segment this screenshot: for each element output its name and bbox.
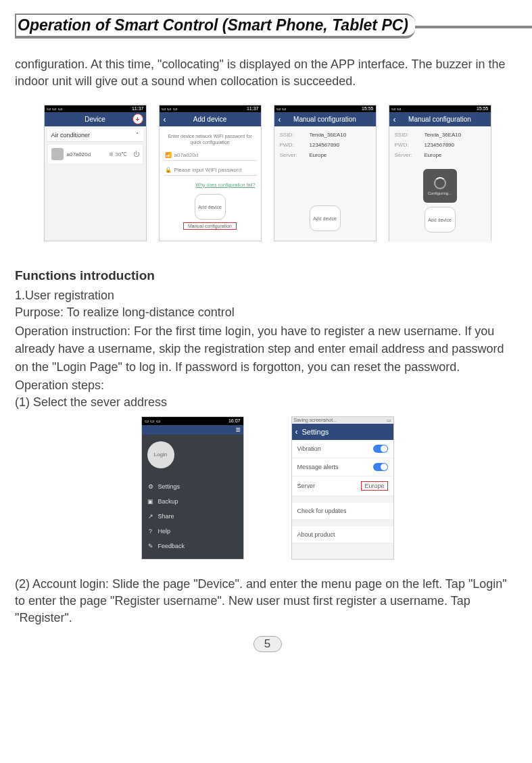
status-bar: ▭ ▭ 15:55	[389, 105, 491, 112]
status-icons: ▭ ▭ ▭	[162, 106, 178, 112]
settings-server[interactable]: Server Europe	[292, 476, 393, 496]
settings-about[interactable]: About product	[292, 526, 393, 543]
back-icon[interactable]: ‹	[279, 115, 281, 124]
drawer-label: Feedback	[158, 543, 185, 549]
why-fail-link[interactable]: Why does configuration fail?	[196, 182, 256, 187]
device-temp: ✲ 30℃	[109, 151, 127, 157]
status-time: 11:37	[247, 106, 259, 112]
status-icons: ▭ ▭ ▭	[47, 106, 64, 112]
add-device-button[interactable]: Add device	[425, 207, 456, 232]
screenshot-add-device: ▭ ▭ ▭ 11:37 ‹ Add device Enter device ne…	[159, 105, 262, 241]
server-row[interactable]: Server: Europe	[395, 152, 485, 158]
feedback-icon: ✎	[147, 543, 154, 549]
hint-text: Enter device network WIFI password for q…	[165, 133, 256, 145]
share-icon: ↗	[147, 513, 154, 520]
screenshot-device-list: ▭ ▭ ▭ 11:37 Device + Air conditioner ˄ a…	[44, 105, 147, 241]
pwd-label: PWD:	[395, 142, 418, 148]
server-value: Europe	[310, 152, 370, 158]
drawer-label: Backup	[158, 498, 178, 505]
login-button[interactable]: Login	[147, 441, 174, 468]
page-title: Operation of Smart Control (Smart Phone,…	[15, 14, 415, 39]
drawer-item-backup[interactable]: ▣ Backup	[147, 498, 238, 505]
pwd-value: 1234567890	[425, 142, 485, 148]
settings-updates[interactable]: Check for updates	[292, 503, 393, 520]
password-field[interactable]: Please input WIFI password	[164, 165, 257, 176]
status-time: 15:55	[477, 106, 489, 112]
settings-vibration[interactable]: Vibration	[292, 440, 393, 458]
status-icons: ▭ ▭	[276, 106, 287, 112]
screenshot-manual-configuring: ▭ ▭ 15:55 ‹ Manual configuration SSID: T…	[389, 105, 491, 241]
password-placeholder: Please input WIFI password	[174, 167, 242, 173]
drawer-label: Share	[158, 513, 174, 520]
drawer-top-bar: ≡	[142, 425, 243, 435]
screenshot-settings: Saving screenshot... ▭ ‹ Settings Vibrat…	[291, 416, 394, 560]
device-thumb-icon	[51, 148, 64, 160]
ssid-label: SSID:	[395, 132, 418, 138]
back-icon[interactable]: ‹	[295, 427, 298, 437]
device-row[interactable]: a07a020d ✲ 30℃ ⏻	[47, 144, 143, 164]
status-time: 16:07	[228, 418, 241, 424]
lock-icon	[165, 167, 172, 173]
ssid-value: a07a020d	[174, 152, 199, 158]
intro-paragraph: configuration. At this time, "collocatin…	[15, 56, 520, 90]
settings-alerts[interactable]: Message alerts	[292, 458, 393, 476]
ssid-row[interactable]: SSID: Tenda_36EA10	[280, 132, 370, 138]
category-tab[interactable]: Air conditioner ˄	[47, 129, 143, 142]
add-device-icon[interactable]: +	[132, 114, 143, 124]
server-label: Server:	[395, 152, 418, 158]
pwd-row[interactable]: PWD: 1234567890	[280, 142, 370, 148]
toggle-on-icon[interactable]	[373, 445, 388, 453]
drawer-item-settings[interactable]: ⚙ Settings	[147, 483, 238, 490]
status-icons: ▭	[387, 418, 391, 423]
divider	[292, 496, 393, 503]
add-device-button[interactable]: Add device	[195, 194, 226, 220]
status-bar: Saving screenshot... ▭	[292, 417, 393, 424]
app-bar: ‹ Add device	[160, 112, 261, 126]
status-time: 15:55	[362, 106, 374, 112]
app-bar-title: Add device	[193, 116, 226, 123]
manual-config-link[interactable]: Manual configuration	[183, 222, 237, 230]
screenshot-row-1: ▭ ▭ ▭ 11:37 Device + Air conditioner ˄ a…	[15, 105, 520, 241]
status-saving: Saving screenshot...	[294, 418, 337, 423]
configuring-overlay: Configuring...	[423, 169, 457, 203]
menu-icon[interactable]: ≡	[235, 425, 240, 435]
ssid-row[interactable]: SSID: Tenda_36EA10	[395, 132, 485, 138]
configuring-label: Configuring...	[428, 191, 452, 195]
app-bar: Device +	[45, 112, 146, 126]
gear-icon: ⚙	[147, 483, 154, 490]
server-label: Server:	[280, 152, 303, 158]
app-bar: ‹ Manual configuration	[389, 112, 491, 126]
status-bar: ▭ ▭ ▭ 16:07	[142, 417, 243, 425]
ssid-field: a07a020d	[164, 150, 257, 161]
server-value: Europe	[361, 481, 387, 491]
power-icon[interactable]: ⏻	[133, 151, 139, 157]
backup-icon: ▣	[147, 498, 154, 505]
settings-label: Check for updates	[297, 508, 347, 514]
pwd-row[interactable]: PWD: 1234567890	[395, 142, 485, 148]
back-icon[interactable]: ‹	[393, 115, 396, 124]
pwd-label: PWD:	[280, 142, 303, 148]
drawer-item-share[interactable]: ↗ Share	[147, 513, 238, 520]
app-bar-title: Device	[84, 116, 105, 123]
back-icon[interactable]: ‹	[164, 115, 166, 124]
settings-label: About product	[297, 531, 335, 538]
drawer-label: Help	[158, 528, 171, 535]
functions-heading: Functions introduction	[15, 268, 520, 283]
status-icons: ▭ ▭	[391, 106, 402, 112]
app-bar-title: Settings	[302, 428, 329, 436]
spinner-icon	[434, 177, 446, 189]
status-bar: ▭ ▭ ▭ 11:37	[45, 105, 146, 112]
status-time: 11:37	[132, 106, 144, 112]
chevron-up-icon: ˄	[136, 132, 139, 139]
tab-label: Air conditioner	[51, 132, 91, 139]
functions-line-3: Operation instruction: For the first tim…	[15, 322, 520, 375]
server-row[interactable]: Server: Europe	[280, 152, 370, 158]
toggle-on-icon[interactable]	[373, 463, 388, 471]
drawer-item-help[interactable]: ? Help	[147, 528, 238, 535]
status-bar: ▭ ▭ 15:55	[274, 105, 376, 112]
ssid-value: Tenda_36EA10	[425, 132, 485, 138]
add-device-button[interactable]: Add device	[310, 205, 341, 231]
app-bar-title: Manual configuration	[408, 116, 471, 123]
help-icon: ?	[147, 528, 154, 535]
drawer-item-feedback[interactable]: ✎ Feedback	[147, 543, 238, 549]
